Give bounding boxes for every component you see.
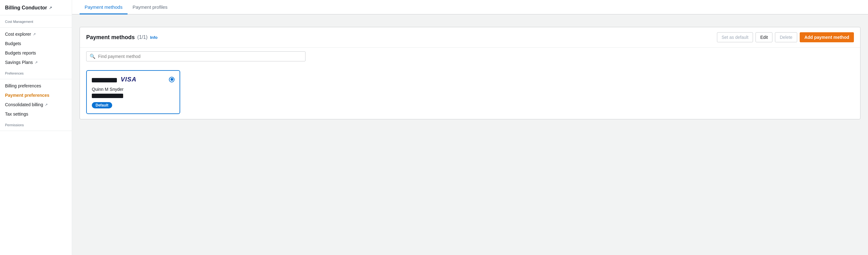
card-number-mask	[92, 78, 117, 83]
sidebar-item-cost-explorer[interactable]: Cost explorer ↗	[0, 29, 72, 39]
tabs-bar: Payment methods Payment profiles	[72, 0, 868, 14]
budgets-reports-label: Budgets reports	[5, 51, 36, 56]
sidebar-item-budgets-reports[interactable]: Budgets reports	[0, 48, 72, 58]
budgets-label: Budgets	[5, 41, 21, 46]
tab-payment-methods[interactable]: Payment methods	[80, 0, 127, 14]
edit-button[interactable]: Edit	[755, 32, 772, 42]
payment-methods-title: Payment methods	[86, 34, 135, 41]
cost-explorer-label: Cost explorer	[5, 32, 31, 37]
card-actions: Set as default Edit Delete Add payment m…	[717, 32, 854, 42]
sidebar-item-consolidated-billing[interactable]: Consolidated billing ↗	[0, 100, 72, 109]
sidebar-item-payment-preferences[interactable]: Payment preferences	[0, 91, 72, 100]
payment-methods-card: Payment methods (1/1) Info Set as defaul…	[80, 27, 861, 119]
search-icon: 🔍	[90, 54, 96, 59]
main-content: Payment methods Payment profiles Payment…	[72, 0, 868, 255]
card-digits-mask	[92, 94, 123, 98]
sidebar-title: Billing Conductor	[5, 5, 47, 11]
consolidated-billing-label: Consolidated billing	[5, 102, 43, 107]
preferences-section-label: Preferences	[0, 67, 72, 77]
card-brand-area: VISA	[92, 76, 136, 83]
external-link-icon-savings: ↗	[35, 60, 38, 65]
tax-settings-label: Tax settings	[5, 111, 28, 117]
info-link[interactable]: Info	[150, 35, 158, 40]
default-badge: Default	[92, 102, 112, 108]
payment-card-item[interactable]: VISA Quinn M Snyder Default	[86, 70, 180, 114]
savings-plans-label: Savings Plans	[5, 60, 33, 65]
content-area: Payment methods (1/1) Info Set as defaul…	[72, 14, 868, 132]
set-as-default-button[interactable]: Set as default	[717, 32, 753, 42]
tab-payment-profiles[interactable]: Payment profiles	[127, 0, 173, 14]
search-input[interactable]	[98, 54, 302, 59]
payment-cards-area: VISA Quinn M Snyder Default	[80, 65, 860, 119]
sidebar-item-budgets[interactable]: Budgets	[0, 39, 72, 48]
external-link-icon: ↗	[49, 6, 52, 10]
permissions-section-label: Permissions	[0, 119, 72, 129]
card-title: Payment methods (1/1) Info	[86, 34, 158, 41]
billing-preferences-label: Billing preferences	[5, 83, 41, 88]
default-badge-wrap: Default	[92, 102, 175, 108]
payment-methods-count: (1/1)	[137, 34, 148, 40]
sidebar-item-billing-preferences[interactable]: Billing preferences	[0, 81, 72, 91]
sidebar-item-tax-settings[interactable]: Tax settings	[0, 109, 72, 119]
payment-preferences-label: Payment preferences	[5, 93, 50, 98]
divider-1	[0, 27, 72, 28]
divider-3	[0, 131, 72, 131]
sidebar: Billing Conductor ↗ Cost Management Cost…	[0, 0, 72, 255]
search-area: 🔍	[80, 47, 860, 65]
search-input-wrap: 🔍	[86, 52, 306, 61]
external-link-icon-cost-explorer: ↗	[33, 32, 36, 36]
visa-label: VISA	[121, 76, 136, 83]
sidebar-item-savings-plans[interactable]: Savings Plans ↗	[0, 58, 72, 67]
delete-button[interactable]: Delete	[775, 32, 797, 42]
billing-conductor-link[interactable]: Billing Conductor ↗	[5, 5, 67, 11]
card-radio-selected[interactable]	[169, 77, 175, 83]
cardholder-name: Quinn M Snyder	[92, 87, 175, 92]
payment-card-top: VISA	[92, 76, 175, 83]
external-link-icon-consolidated: ↗	[45, 103, 48, 107]
card-header: Payment methods (1/1) Info Set as defaul…	[80, 27, 860, 47]
cost-management-section-label: Cost Management	[0, 15, 72, 25]
divider-2	[0, 79, 72, 79]
sidebar-header: Billing Conductor ↗	[0, 0, 72, 15]
add-payment-method-button[interactable]: Add payment method	[800, 32, 854, 42]
